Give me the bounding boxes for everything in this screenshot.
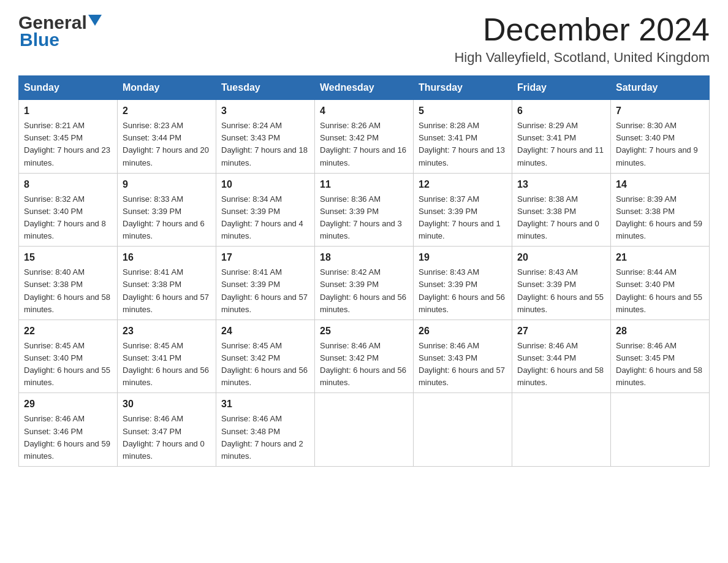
day-number: 19 [419,250,507,265]
day-number: 24 [221,324,309,339]
day-number: 27 [517,324,605,339]
location-title: High Valleyfield, Scotland, United Kingd… [454,50,710,66]
day-number: 1 [24,104,112,118]
day-number: 6 [517,104,605,118]
day-info: Sunrise: 8:46 AMSunset: 3:48 PMDaylight:… [221,414,303,460]
day-info: Sunrise: 8:39 AMSunset: 3:38 PMDaylight:… [616,194,702,240]
day-cell: 5 Sunrise: 8:28 AMSunset: 3:41 PMDayligh… [414,100,512,174]
day-info: Sunrise: 8:40 AMSunset: 3:38 PMDaylight:… [24,267,110,313]
day-cell: 10 Sunrise: 8:34 AMSunset: 3:39 PMDaylig… [216,173,315,247]
svg-marker-0 [88,15,102,26]
day-info: Sunrise: 8:43 AMSunset: 3:39 PMDaylight:… [419,267,505,313]
day-cell: 17 Sunrise: 8:41 AMSunset: 3:39 PMDaylig… [216,247,315,320]
day-number: 8 [24,177,112,192]
day-number: 3 [221,104,309,118]
day-number: 20 [517,250,605,265]
day-number: 2 [123,104,211,118]
day-number: 25 [320,324,408,339]
day-info: Sunrise: 8:45 AMSunset: 3:40 PMDaylight:… [24,341,110,387]
day-cell: 25 Sunrise: 8:46 AMSunset: 3:42 PMDaylig… [315,320,414,393]
day-cell: 28 Sunrise: 8:46 AMSunset: 3:45 PMDaylig… [611,320,710,393]
day-cell [414,393,512,467]
title-area: December 2024 High Valleyfield, Scotland… [454,12,710,66]
day-cell: 7 Sunrise: 8:30 AMSunset: 3:40 PMDayligh… [611,100,710,174]
day-cell: 6 Sunrise: 8:29 AMSunset: 3:41 PMDayligh… [512,100,611,174]
day-number: 26 [419,324,507,339]
col-header-saturday: Saturday [611,76,710,100]
day-info: Sunrise: 8:36 AMSunset: 3:39 PMDaylight:… [320,194,402,240]
day-info: Sunrise: 8:26 AMSunset: 3:42 PMDaylight:… [320,121,406,167]
day-cell: 8 Sunrise: 8:32 AMSunset: 3:40 PMDayligh… [19,173,118,247]
day-cell: 22 Sunrise: 8:45 AMSunset: 3:40 PMDaylig… [19,320,118,393]
day-cell: 9 Sunrise: 8:33 AMSunset: 3:39 PMDayligh… [118,173,216,247]
day-info: Sunrise: 8:21 AMSunset: 3:45 PMDaylight:… [24,121,110,167]
day-info: Sunrise: 8:45 AMSunset: 3:42 PMDaylight:… [221,341,308,387]
day-info: Sunrise: 8:46 AMSunset: 3:44 PMDaylight:… [517,341,604,387]
day-number: 4 [320,104,408,118]
day-cell: 23 Sunrise: 8:45 AMSunset: 3:41 PMDaylig… [118,320,216,393]
day-number: 11 [320,177,408,192]
day-info: Sunrise: 8:45 AMSunset: 3:41 PMDaylight:… [123,341,209,387]
day-info: Sunrise: 8:46 AMSunset: 3:43 PMDaylight:… [419,341,505,387]
day-cell: 24 Sunrise: 8:45 AMSunset: 3:42 PMDaylig… [216,320,315,393]
day-number: 10 [221,177,309,192]
day-info: Sunrise: 8:24 AMSunset: 3:43 PMDaylight:… [221,121,308,167]
day-cell: 2 Sunrise: 8:23 AMSunset: 3:44 PMDayligh… [118,100,216,174]
day-cell: 1 Sunrise: 8:21 AMSunset: 3:45 PMDayligh… [19,100,118,174]
day-cell: 19 Sunrise: 8:43 AMSunset: 3:39 PMDaylig… [414,247,512,320]
day-number: 23 [123,324,211,339]
day-number: 29 [24,397,112,412]
day-info: Sunrise: 8:41 AMSunset: 3:38 PMDaylight:… [123,267,209,313]
col-header-monday: Monday [118,76,216,100]
day-info: Sunrise: 8:46 AMSunset: 3:42 PMDaylight:… [320,341,406,387]
day-number: 28 [616,324,704,339]
col-header-wednesday: Wednesday [315,76,414,100]
week-row-5: 29 Sunrise: 8:46 AMSunset: 3:46 PMDaylig… [19,393,710,467]
week-row-2: 8 Sunrise: 8:32 AMSunset: 3:40 PMDayligh… [19,173,710,247]
day-info: Sunrise: 8:33 AMSunset: 3:39 PMDaylight:… [123,194,205,240]
calendar-table: SundayMondayTuesdayWednesdayThursdayFrid… [18,75,710,467]
col-header-thursday: Thursday [414,76,512,100]
day-info: Sunrise: 8:34 AMSunset: 3:39 PMDaylight:… [221,194,303,240]
day-info: Sunrise: 8:41 AMSunset: 3:39 PMDaylight:… [221,267,308,313]
day-cell [611,393,710,467]
day-number: 7 [616,104,704,118]
month-title: December 2024 [454,12,710,47]
day-info: Sunrise: 8:38 AMSunset: 3:38 PMDaylight:… [517,194,599,240]
day-cell [512,393,611,467]
day-info: Sunrise: 8:42 AMSunset: 3:39 PMDaylight:… [320,267,406,313]
day-number: 22 [24,324,112,339]
day-info: Sunrise: 8:44 AMSunset: 3:40 PMDaylight:… [616,267,702,313]
day-cell [315,393,414,467]
day-cell: 3 Sunrise: 8:24 AMSunset: 3:43 PMDayligh… [216,100,315,174]
day-number: 30 [123,397,211,412]
week-row-1: 1 Sunrise: 8:21 AMSunset: 3:45 PMDayligh… [19,100,710,174]
day-info: Sunrise: 8:46 AMSunset: 3:46 PMDaylight:… [24,414,110,460]
logo-blue-text: Blue [20,29,59,50]
day-number: 9 [123,177,211,192]
day-cell: 30 Sunrise: 8:46 AMSunset: 3:47 PMDaylig… [118,393,216,467]
day-cell: 14 Sunrise: 8:39 AMSunset: 3:38 PMDaylig… [611,173,710,247]
logo-triangle-icon [88,15,102,28]
day-number: 12 [419,177,507,192]
day-info: Sunrise: 8:29 AMSunset: 3:41 PMDaylight:… [517,121,604,167]
day-cell: 12 Sunrise: 8:37 AMSunset: 3:39 PMDaylig… [414,173,512,247]
col-header-tuesday: Tuesday [216,76,315,100]
day-cell: 4 Sunrise: 8:26 AMSunset: 3:42 PMDayligh… [315,100,414,174]
day-number: 18 [320,250,408,265]
day-info: Sunrise: 8:46 AMSunset: 3:45 PMDaylight:… [616,341,702,387]
col-header-sunday: Sunday [19,76,118,100]
day-number: 5 [419,104,507,118]
col-header-friday: Friday [512,76,611,100]
day-info: Sunrise: 8:32 AMSunset: 3:40 PMDaylight:… [24,194,106,240]
day-cell: 29 Sunrise: 8:46 AMSunset: 3:46 PMDaylig… [19,393,118,467]
day-number: 31 [221,397,309,412]
day-cell: 11 Sunrise: 8:36 AMSunset: 3:39 PMDaylig… [315,173,414,247]
day-number: 17 [221,250,309,265]
day-number: 16 [123,250,211,265]
day-number: 13 [517,177,605,192]
day-cell: 26 Sunrise: 8:46 AMSunset: 3:43 PMDaylig… [414,320,512,393]
day-cell: 27 Sunrise: 8:46 AMSunset: 3:44 PMDaylig… [512,320,611,393]
day-cell: 16 Sunrise: 8:41 AMSunset: 3:38 PMDaylig… [118,247,216,320]
day-cell: 20 Sunrise: 8:43 AMSunset: 3:39 PMDaylig… [512,247,611,320]
